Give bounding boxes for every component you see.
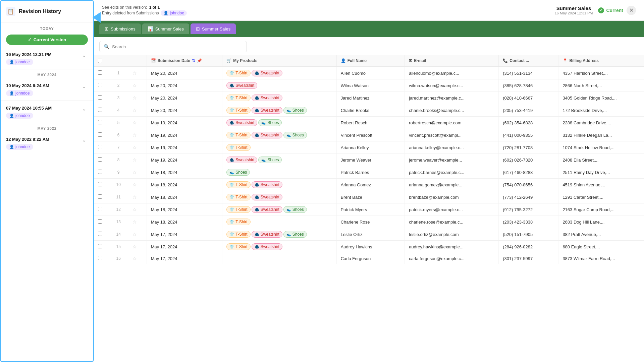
- row-checkbox[interactable]: [98, 207, 102, 211]
- may2022-section-label: MAY 2022: [1, 123, 93, 132]
- star-button[interactable]: ☆: [131, 170, 138, 175]
- product-tag: 👕T-Shirt: [226, 107, 250, 114]
- row-checkbox[interactable]: [98, 219, 102, 224]
- contact-cell: (314) 551-3134: [499, 67, 558, 79]
- row-number: 15: [110, 241, 127, 253]
- email-cell: robertresch@example.com: [405, 117, 499, 129]
- star-button[interactable]: ☆: [131, 232, 138, 237]
- version-info-section: See edits on this version: 1 of 1 Entry …: [102, 5, 549, 16]
- row-checkbox[interactable]: [98, 182, 102, 186]
- table-row: 15☆May 17, 2024👕T-Shirt🧥SweatshirtAudrey…: [94, 241, 644, 253]
- fullname-cell: Audrey Hawkins: [336, 241, 405, 253]
- product-tag: 🧥Sweatshirt: [252, 243, 282, 250]
- star-button[interactable]: ☆: [131, 120, 138, 125]
- sidebar: 📋 Revision History TODAY Current Version…: [0, 0, 94, 362]
- row-checkbox[interactable]: [98, 70, 102, 75]
- sweatshirt-tag-label: Sweatshirt: [261, 195, 279, 199]
- row-checkbox[interactable]: [98, 83, 102, 87]
- product-tag: 🧥Sweatshirt: [252, 181, 282, 188]
- table-row: 4☆May 20, 2024👕T-Shirt🧥Sweatshirt👟ShoesC…: [94, 104, 644, 117]
- submission-date-cell: May 19, 2024: [147, 141, 222, 154]
- revision-date: 10 May 2024 6:24 AM: [6, 83, 49, 88]
- product-tag: 👕T-Shirt: [226, 219, 250, 225]
- date-col-label: Submission Date: [158, 58, 190, 63]
- row-checkbox[interactable]: [98, 132, 102, 137]
- revision-chevron-button[interactable]: ⌄: [80, 136, 88, 144]
- row-checkbox[interactable]: [98, 157, 102, 162]
- row-number: 14: [110, 228, 127, 241]
- row-checkbox[interactable]: [98, 108, 102, 112]
- tab-summer-sales[interactable]: 📊 Summer Sales: [142, 23, 189, 34]
- table-body: 1☆May 20, 2024👕T-Shirt🧥SweatshirtAllen C…: [94, 67, 644, 264]
- current-version-button[interactable]: Current Version: [6, 35, 88, 45]
- star-button[interactable]: ☆: [131, 219, 138, 225]
- revision-row: 12 May 2022 8:22 AM ⌄: [6, 136, 88, 144]
- contact-cell: (617) 460-8288: [499, 166, 558, 179]
- sweatshirt-tag-label: Sweatshirt: [235, 120, 254, 125]
- search-input[interactable]: [112, 44, 243, 49]
- product-tag: 🧥Sweatshirt: [252, 132, 282, 138]
- row-checkbox[interactable]: [98, 232, 102, 236]
- row-checkbox[interactable]: [98, 145, 102, 149]
- star-button[interactable]: ☆: [131, 70, 138, 76]
- products-col-label: My Products: [233, 58, 257, 63]
- row-checkbox[interactable]: [98, 244, 102, 248]
- row-checkbox[interactable]: [98, 170, 102, 174]
- tshirt-tag-label: T-Shirt: [235, 108, 247, 113]
- sort-icon: ⇅: [192, 58, 195, 63]
- star-button[interactable]: ☆: [131, 83, 138, 88]
- contact-cell: (301) 237-5997: [499, 253, 558, 264]
- star-button[interactable]: ☆: [131, 108, 138, 113]
- revision-chevron-button[interactable]: ⌄: [80, 105, 88, 113]
- fullname-cell: Arianna Gomez: [336, 179, 405, 191]
- row-checkbox[interactable]: [98, 256, 102, 260]
- close-button[interactable]: ✕: [627, 6, 636, 15]
- table-row: 14☆May 17, 2024👕T-Shirt🧥Sweatshirt👟Shoes…: [94, 228, 644, 241]
- product-tag: 🧥Sweatshirt: [252, 95, 282, 101]
- sweatshirt-tag-label: Sweatshirt: [235, 83, 254, 88]
- row-checkbox[interactable]: [98, 95, 102, 100]
- email-cell: arianna.gomez@example...: [405, 179, 499, 191]
- th-fullname: 👤 Full Name: [336, 55, 405, 67]
- star-button[interactable]: ☆: [131, 256, 138, 261]
- revision-user-badge: 👤 johndoe: [6, 113, 33, 119]
- history-icon: 📋: [6, 7, 15, 16]
- row-checkbox[interactable]: [98, 120, 102, 124]
- email-col-label: E-mail: [414, 58, 426, 63]
- tshirt-tag-label: T-Shirt: [235, 232, 247, 237]
- select-all-checkbox[interactable]: [98, 59, 102, 63]
- name-col-icon: 👤: [341, 58, 346, 63]
- billing-cell: 3873 Wilmar Farm Road,...: [558, 253, 644, 264]
- contact-cell: (773) 412-2649: [499, 191, 558, 203]
- star-button[interactable]: ☆: [131, 95, 138, 101]
- billing-col-icon: 📍: [562, 58, 568, 63]
- tab-untitled-card[interactable]: ⊞ Summer Sales: [191, 23, 236, 34]
- revision-chevron-button[interactable]: ⌄: [80, 51, 88, 59]
- sweatshirt-tag-label: Sweatshirt: [261, 244, 279, 249]
- submission-date-cell: May 20, 2024: [147, 79, 222, 92]
- billing-cell: 3132 Hinkle Deegan La...: [558, 129, 644, 141]
- star-button[interactable]: ☆: [131, 145, 138, 150]
- sweatshirt-tag-icon: 🧥: [255, 245, 259, 249]
- revision-item: 12 May 2022 8:22 AM ⌄ 👤 johndoe: [1, 132, 93, 154]
- star-button[interactable]: ☆: [131, 157, 138, 163]
- tab-submissions[interactable]: ⊞ Submissions: [99, 23, 141, 34]
- contact-cell: (720) 281-7708: [499, 141, 558, 154]
- revision-chevron-button[interactable]: ⌄: [80, 82, 88, 90]
- tab-summer-sales-label: Summer Sales: [155, 26, 184, 32]
- star-button[interactable]: ☆: [131, 194, 138, 200]
- table-container: 📅 Submission Date ⇅ 📌 🛒 My Products: [94, 55, 644, 362]
- sweatshirt-tag-icon: 🧥: [255, 133, 259, 137]
- email-cell: wilma.watson@example.c...: [405, 79, 499, 92]
- tshirt-tag-icon: 👕: [229, 245, 234, 249]
- star-button[interactable]: ☆: [131, 132, 138, 138]
- revision-item: 16 May 2024 12:31 PM ⌄ 👤 johndoe: [1, 47, 93, 69]
- submission-date-cell: May 20, 2024: [147, 104, 222, 117]
- star-button[interactable]: ☆: [131, 207, 138, 212]
- row-checkbox[interactable]: [98, 194, 102, 199]
- star-button[interactable]: ☆: [131, 244, 138, 249]
- revision-user-badge: 👤 johndoe: [6, 59, 33, 65]
- star-button[interactable]: ☆: [131, 182, 138, 187]
- shoes-tag-icon: 👟: [286, 108, 291, 113]
- contact-cell: (205) 753-4419: [499, 104, 558, 117]
